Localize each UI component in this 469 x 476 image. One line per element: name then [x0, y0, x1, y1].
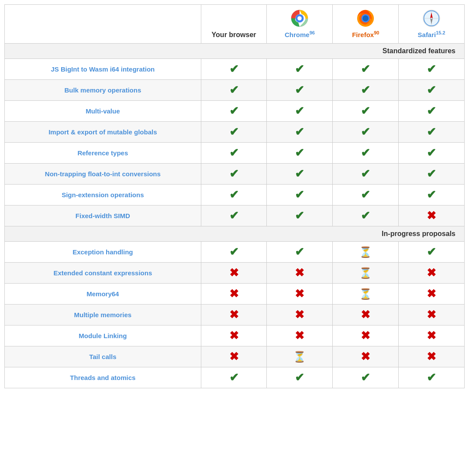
chrome-cell: ✔ [267, 205, 333, 226]
chrome-cell: ✔ [267, 122, 333, 143]
check-icon: ✔ [427, 167, 436, 180]
table-row: Memory64 ✖ ✖ ⏳ ✖ [5, 284, 465, 305]
check-icon: ✔ [361, 167, 370, 180]
safari-cell: ✖ [399, 325, 465, 346]
check-icon: ✔ [295, 167, 304, 180]
firefox-cell: ✔ [333, 367, 399, 388]
your-browser-cell: ✔ [201, 59, 267, 80]
check-icon: ✔ [229, 371, 239, 384]
check-icon: ✔ [361, 83, 370, 96]
chrome-cell: ✖ [267, 284, 333, 305]
feature-header [5, 5, 201, 44]
chrome-cell: ✖ [267, 325, 333, 346]
firefox-cell: ✔ [333, 80, 399, 101]
feature-name: Reference types [5, 143, 201, 164]
feature-name: Multi-value [5, 101, 201, 122]
firefox-cell: ✖ [333, 305, 399, 325]
safari-cell: ✔ [399, 185, 465, 205]
check-icon: ✔ [295, 146, 304, 159]
your-browser-cell: ✔ [201, 143, 267, 164]
safari-cell: ✖ [399, 205, 465, 226]
safari-cell: ✔ [399, 80, 465, 101]
hourglass-icon: ⏳ [359, 246, 372, 258]
firefox-cell: ✖ [333, 325, 399, 346]
hourglass-icon: ⏳ [293, 351, 306, 363]
safari-cell: ✔ [399, 122, 465, 143]
cross-icon: ✖ [229, 266, 239, 279]
safari-cell: ✔ [399, 59, 465, 80]
safari-cell: ✔ [399, 164, 465, 185]
check-icon: ✔ [229, 167, 239, 180]
firefox-cell: ✔ [333, 205, 399, 226]
safari-icon [421, 8, 441, 28]
safari-cell: ✖ [399, 284, 465, 305]
check-icon: ✔ [295, 125, 304, 138]
check-icon: ✔ [361, 188, 370, 201]
firefox-version: 90 [374, 30, 379, 35]
firefox-icon [355, 8, 376, 28]
check-icon: ✔ [361, 104, 370, 117]
chrome-cell: ⏳ [267, 346, 333, 367]
cross-icon: ✖ [295, 308, 304, 321]
chrome-cell: ✔ [267, 143, 333, 164]
check-icon: ✔ [427, 188, 436, 201]
your-browser-header: Your browser [201, 5, 267, 44]
check-icon: ✔ [427, 371, 436, 384]
cross-icon: ✖ [229, 329, 239, 342]
check-icon: ✔ [295, 104, 304, 117]
check-icon: ✔ [229, 125, 239, 138]
chrome-name: Chrome96 [285, 31, 315, 38]
section-title: In-progress proposals [5, 226, 465, 242]
chrome-header: Chrome96 [267, 5, 333, 44]
feature-name: Multiple memories [5, 305, 201, 325]
chrome-cell: ✔ [267, 367, 333, 388]
check-icon: ✔ [361, 371, 370, 384]
chrome-cell: ✔ [267, 242, 333, 263]
check-icon: ✔ [427, 146, 436, 159]
table-row: Non-trapping float-to-int conversions ✔ … [5, 164, 465, 185]
chrome-cell: ✖ [267, 263, 333, 284]
check-icon: ✔ [295, 188, 304, 201]
your-browser-cell: ✔ [201, 164, 267, 185]
cross-icon: ✖ [229, 308, 239, 321]
section-header-1: In-progress proposals [5, 226, 465, 242]
your-browser-cell: ✔ [201, 185, 267, 205]
feature-name: Tail calls [5, 346, 201, 367]
check-icon: ✔ [361, 125, 370, 138]
cross-icon: ✖ [361, 350, 370, 363]
check-icon: ✔ [229, 83, 239, 96]
safari-version: 15.2 [436, 30, 445, 35]
cross-icon: ✖ [427, 209, 436, 222]
cross-icon: ✖ [295, 266, 304, 279]
table-row: Reference types ✔ ✔ ✔ ✔ [5, 143, 465, 164]
chrome-cell: ✔ [267, 185, 333, 205]
cross-icon: ✖ [295, 329, 304, 342]
your-browser-cell: ✖ [201, 325, 267, 346]
cross-icon: ✖ [361, 329, 370, 342]
svg-point-7 [363, 15, 369, 21]
check-icon: ✔ [427, 83, 436, 96]
chrome-icon [290, 8, 310, 28]
safari-cell: ✔ [399, 242, 465, 263]
your-browser-cell: ✔ [201, 205, 267, 226]
your-browser-cell: ✔ [201, 101, 267, 122]
feature-name: Fixed-width SIMD [5, 205, 201, 226]
feature-name: JS BigInt to Wasm i64 integration [5, 59, 201, 80]
safari-cell: ✖ [399, 263, 465, 284]
firefox-cell: ⏳ [333, 263, 399, 284]
check-icon: ✔ [295, 209, 304, 222]
check-icon: ✔ [427, 62, 436, 75]
check-icon: ✔ [361, 146, 370, 159]
feature-name: Module Linking [5, 325, 201, 346]
cross-icon: ✖ [427, 350, 436, 363]
check-icon: ✔ [229, 245, 239, 258]
table-row: Extended constant expressions ✖ ✖ ⏳ ✖ [5, 263, 465, 284]
feature-name: Threads and atomics [5, 367, 201, 388]
check-icon: ✔ [361, 62, 370, 75]
table-row: Import & export of mutable globals ✔ ✔ ✔… [5, 122, 465, 143]
safari-cell: ✖ [399, 305, 465, 325]
feature-name: Extended constant expressions [5, 263, 201, 284]
cross-icon: ✖ [295, 287, 304, 300]
cross-icon: ✖ [361, 308, 370, 321]
safari-cell: ✔ [399, 143, 465, 164]
